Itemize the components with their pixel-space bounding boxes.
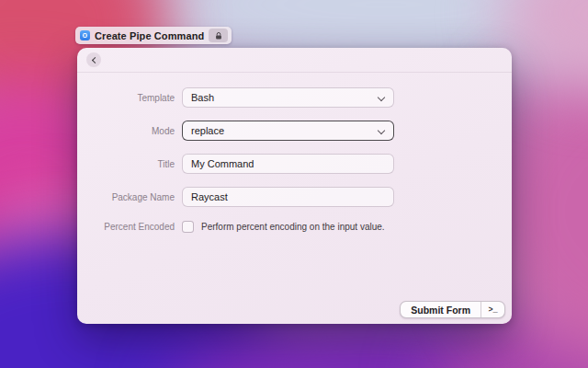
mode-label: Mode (77, 126, 182, 136)
command-tab-label: Create Pipe Command (95, 30, 204, 41)
package-name-input[interactable] (182, 187, 394, 207)
percent-encoded-description: Perform percent encoding on the input va… (201, 222, 385, 232)
title-label: Title (77, 159, 182, 169)
chevron-left-icon (91, 56, 97, 63)
command-tab[interactable]: Create Pipe Command (75, 27, 232, 44)
mode-select[interactable]: replace (182, 121, 394, 141)
pipe-command-form: Template Bash Mode replace Title Package… (77, 73, 512, 233)
terminal-icon[interactable]: >_ (481, 302, 504, 317)
create-pipe-command-window: Template Bash Mode replace Title Package… (77, 48, 512, 324)
mode-value: replace (183, 125, 224, 136)
back-button[interactable] (86, 52, 101, 67)
template-select[interactable]: Bash (182, 87, 394, 108)
chevron-down-icon (378, 94, 385, 101)
percent-encoded-checkbox[interactable] (182, 221, 194, 233)
title-input[interactable] (182, 154, 394, 174)
template-label: Template (77, 93, 182, 103)
window-header (77, 48, 512, 73)
lock-badge (209, 29, 228, 42)
lock-icon (214, 31, 223, 40)
pipe-command-app-icon (80, 30, 90, 40)
form-row-template: Template Bash (77, 87, 512, 108)
form-row-mode: Mode replace (77, 121, 512, 141)
form-row-package-name: Package Name (77, 187, 512, 207)
percent-encoded-label: Percent Encoded (77, 222, 182, 232)
submit-form-button[interactable]: Submit Form (401, 302, 481, 317)
chevron-down-icon (378, 127, 385, 134)
form-row-percent-encoded: Percent Encoded Perform percent encoding… (77, 220, 512, 233)
footer-action-bar: Submit Form >_ (400, 301, 505, 318)
template-value: Bash (183, 92, 214, 103)
package-name-label: Package Name (77, 192, 182, 202)
form-row-title: Title (77, 154, 512, 174)
